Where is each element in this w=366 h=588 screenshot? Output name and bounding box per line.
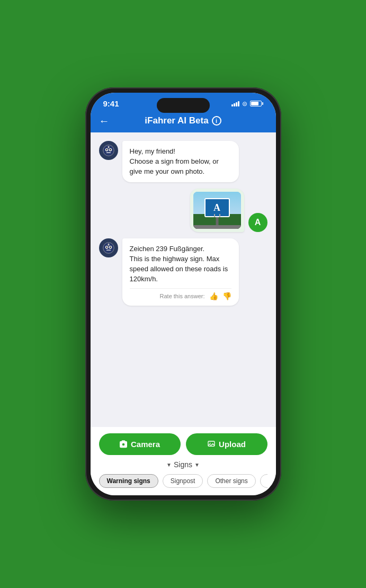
signs-dropdown[interactable]: ▼ Signs ▼ <box>99 460 267 469</box>
bot-message-text-2: Zeichen 239 Fußgänger.This is the highwa… <box>130 245 228 283</box>
highway-sign-image: A <box>193 192 241 229</box>
status-time: 9:41 <box>103 99 119 108</box>
bottom-panel: Camera Upload ▼ Signs ▼ <box>91 427 276 495</box>
svg-point-11 <box>106 246 108 248</box>
upload-button[interactable]: Upload <box>186 433 267 455</box>
bot-bubble-2: Zeichen 239 Fußgänger.This is the highwa… <box>122 238 239 306</box>
dynamic-island <box>157 98 210 113</box>
dropdown-arrow-left: ▼ <box>166 462 172 468</box>
chip-other-signs[interactable]: Other signs <box>207 474 255 488</box>
header-title: iFahrer AI Beta i <box>145 115 221 126</box>
svg-rect-5 <box>106 152 110 153</box>
svg-point-3 <box>106 149 108 150</box>
svg-point-7 <box>108 146 109 148</box>
bot-message-1: Hey, my friend!Choose a sign from below,… <box>99 141 267 182</box>
phone-screen: 9:41 ⊜ ← iFahre <box>91 93 276 495</box>
chip-t[interactable]: T <box>260 474 267 488</box>
upload-icon <box>207 440 216 449</box>
thumbs-up-button[interactable]: 👍 <box>209 292 218 300</box>
back-button[interactable]: ← <box>99 115 110 127</box>
bot-message-text-1: Hey, my friend!Choose a sign from below,… <box>130 147 219 175</box>
svg-point-17 <box>210 442 211 443</box>
camera-button[interactable]: Camera <box>99 433 181 455</box>
svg-rect-13 <box>106 250 110 250</box>
user-message-1: A A <box>99 189 267 232</box>
phone-frame: 9:41 ⊜ ← iFahre <box>85 87 281 501</box>
signal-icon <box>231 101 239 106</box>
svg-point-15 <box>108 243 109 245</box>
info-icon[interactable]: i <box>212 116 221 126</box>
rating-row: Rate this answer: 👍 👎 <box>130 288 231 300</box>
bot-message-2: Zeichen 239 Fußgänger.This is the highwa… <box>99 238 267 306</box>
bot-avatar-2 <box>99 238 118 257</box>
signs-chips: Warning signs Signpost Other signs T <box>99 474 267 489</box>
status-icons: ⊜ <box>231 100 263 108</box>
dropdown-arrow-right: ▼ <box>194 462 200 468</box>
user-avatar: A <box>248 213 267 232</box>
chip-signpost[interactable]: Signpost <box>163 474 203 488</box>
svg-point-4 <box>110 149 111 150</box>
rating-label: Rate this answer: <box>160 293 205 299</box>
svg-point-12 <box>110 246 111 248</box>
app-header: ← iFahrer AI Beta i <box>91 111 276 132</box>
thumbs-down-button[interactable]: 👎 <box>222 292 231 300</box>
camera-icon <box>119 440 128 449</box>
bot-bubble-1: Hey, my friend!Choose a sign from below,… <box>122 141 239 182</box>
action-buttons: Camera Upload <box>99 433 267 455</box>
wifi-icon: ⊜ <box>242 100 247 108</box>
bot-avatar-1 <box>99 141 118 160</box>
battery-icon <box>250 101 263 106</box>
user-image-bubble: A <box>190 189 244 232</box>
chip-warning-signs[interactable]: Warning signs <box>99 474 158 488</box>
chat-area: Hey, my friend!Choose a sign from below,… <box>91 132 276 427</box>
